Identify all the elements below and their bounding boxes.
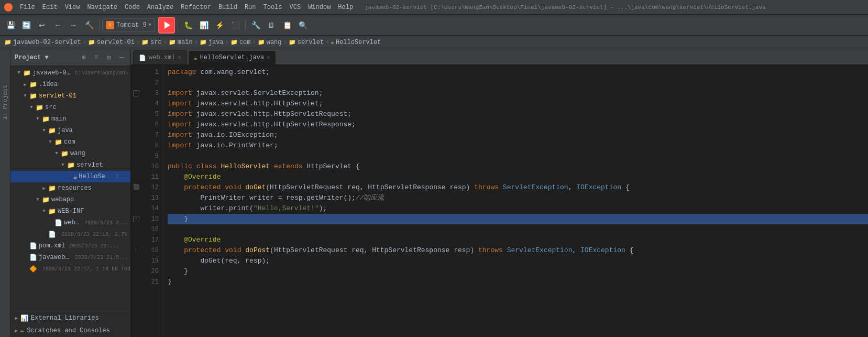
- add-scope-button[interactable]: ⊕: [79, 53, 89, 62]
- tree-item-servlet01[interactable]: ▼ 📁 servlet-01: [10, 90, 130, 102]
- menu-edit[interactable]: Edit: [39, 3, 61, 12]
- tree-folder-icon-root: 📁: [23, 69, 31, 77]
- tab-helloservlet[interactable]: ☕ HelloServlet.java ×: [188, 50, 276, 64]
- fold-icon-15[interactable]: −: [133, 216, 139, 222]
- run-config-selector[interactable]: T Tomcat 9 ▼: [102, 18, 155, 32]
- breadcrumb-6[interactable]: 📁 wang: [258, 39, 282, 46]
- breadcrumb-3[interactable]: 📁 main: [169, 39, 193, 46]
- tree-item-webapp[interactable]: ▼ 📁 webapp: [10, 194, 130, 205]
- tree-item-wang[interactable]: ▼ 📁 wang: [10, 148, 130, 159]
- menu-navigate[interactable]: Navigate: [84, 3, 120, 12]
- code-line-19: doGet(req, resp);: [168, 256, 868, 266]
- breadcrumb-5[interactable]: 📁 com: [230, 39, 251, 46]
- profile-button[interactable]: ⚡: [212, 18, 227, 32]
- fold-icon-3[interactable]: −: [133, 90, 139, 96]
- code-content[interactable]: package com.wang.servlet; import javax.s…: [163, 65, 868, 337]
- gutter-16: [131, 224, 141, 235]
- tree-item-indexjsp[interactable]: 📄 index.jsp 2020/3/23 22:18, 2.72 kB To.…: [10, 229, 130, 240]
- tree-folder-icon-idea: 📁: [29, 81, 37, 89]
- tree-label-pomxml1: pom.xml: [39, 242, 65, 249]
- ln-7: 7: [144, 130, 159, 140]
- menu-tools[interactable]: Tools: [260, 3, 285, 12]
- terminal-button[interactable]: 🖥: [264, 18, 279, 32]
- debug-button[interactable]: 🐛: [181, 18, 195, 32]
- tab-webxml-close[interactable]: ×: [178, 55, 181, 61]
- tree-item-iml[interactable]: 📄 javaweb-02-servlet.iml 2020/3/23 21:5.…: [10, 252, 130, 263]
- back-button[interactable]: ←: [50, 18, 65, 32]
- scratches-item[interactable]: ▶ ✏ Scratches and Consoles: [10, 324, 130, 337]
- ln-18: 18: [144, 245, 159, 256]
- tree-item-java[interactable]: ▼ 📁 java: [10, 125, 130, 136]
- search-button[interactable]: 🔍: [295, 18, 310, 32]
- stop-button[interactable]: ⬛: [228, 18, 243, 32]
- project-tab[interactable]: 1: Project: [1, 81, 9, 124]
- menu-analyze[interactable]: Analyze: [144, 3, 177, 12]
- up-indicator-18[interactable]: ↑: [135, 245, 138, 256]
- run-config-label: Tomcat 9: [116, 21, 147, 29]
- vcs-button[interactable]: 📋: [280, 18, 294, 32]
- run-button[interactable]: [158, 17, 175, 34]
- breadcrumb-bar: 📁 javaweb-02-servlet › 📁 servlet-01 › 📁 …: [0, 36, 868, 49]
- tree-label-idea: .idea: [39, 81, 58, 88]
- breadcrumb-2[interactable]: 📁 src: [141, 39, 162, 46]
- menu-file[interactable]: File: [17, 3, 38, 12]
- tree-arrow-java: ▼: [41, 128, 47, 133]
- tree-item-src[interactable]: ▼ 📁 src: [10, 102, 130, 113]
- menu-help[interactable]: Help: [335, 3, 356, 12]
- tree-item-pomxml2[interactable]: 🔶 pom.xml 2020/3/23 22:17, 1.18 kB Toda.…: [10, 263, 130, 275]
- tree-folder-icon-main: 📁: [42, 115, 50, 123]
- breadcrumb-item-0[interactable]: javaweb-02-servlet: [13, 39, 81, 46]
- gutter-10: [131, 161, 141, 172]
- tree-item-servlet[interactable]: ▼ 📁 servlet: [10, 159, 130, 171]
- gutter-4: [131, 99, 141, 109]
- tree-folder-icon-com: 📁: [54, 138, 62, 146]
- gutter-6: [131, 119, 141, 130]
- sync-button[interactable]: 🔄: [19, 18, 34, 32]
- tree-label-src: src: [45, 104, 57, 111]
- ln-9: 9: [144, 151, 159, 161]
- tree-item-webinf[interactable]: ▼ 📁 WEB-INF: [10, 205, 130, 217]
- external-libraries-item[interactable]: ▶ 📊 External Libraries: [10, 312, 130, 324]
- tree-item-main[interactable]: ▼ 📁 main: [10, 113, 130, 125]
- collapse-all-button[interactable]: ≡: [92, 53, 101, 62]
- ln-17: 17: [144, 235, 159, 245]
- breadcrumb-4[interactable]: 📁 java: [200, 39, 224, 46]
- tab-webxml[interactable]: 📄 web.xml ×: [133, 50, 187, 64]
- tree-item-idea[interactable]: ▶ 📁 .idea: [10, 79, 130, 90]
- menu-run[interactable]: Run: [241, 3, 259, 12]
- project-folder-icon: 📁: [4, 39, 12, 46]
- tab-helloservlet-close[interactable]: ×: [267, 55, 270, 61]
- editor-area: 📄 web.xml × ☕ HelloServlet.java × −: [131, 49, 868, 337]
- menu-code[interactable]: Code: [122, 3, 143, 12]
- tree-item-webxml[interactable]: 📄 web.xml 2020/3/23 2...: [10, 217, 130, 229]
- save-all-button[interactable]: 💾: [3, 18, 18, 32]
- line-numbers: 1 2 3 4 5 6 7 8 9 10 11 12 13 14 15 16 1…: [141, 65, 163, 337]
- breadcrumb-project[interactable]: 📁 javaweb-02-servlet: [4, 39, 81, 46]
- breadcrumb-1[interactable]: 📁 servlet-01: [88, 39, 135, 46]
- tree-item-resources[interactable]: ▶ 📁 resources: [10, 182, 130, 194]
- tree-arrow-pomxml2: [23, 266, 28, 271]
- menu-build[interactable]: Build: [215, 3, 240, 12]
- tree-item-root[interactable]: ▼ 📁 javaweb-02-servlet C:\Users\WangZan\: [10, 67, 130, 79]
- undo-button[interactable]: ↩: [35, 18, 49, 32]
- build-project-button[interactable]: 🔨: [82, 18, 96, 32]
- tree-arrow-webapp: ▼: [35, 197, 40, 202]
- menu-window[interactable]: Window: [305, 3, 334, 12]
- override-indicator-12[interactable]: ⬛: [133, 182, 139, 193]
- code-line-18: protected void doPost(HttpServletRequest…: [168, 245, 868, 256]
- tree-item-helloservlet[interactable]: ☕ HelloServlet 2...: [10, 171, 130, 182]
- coverage-button[interactable]: 📊: [196, 18, 211, 32]
- menu-view[interactable]: View: [62, 3, 83, 12]
- settings-tree-button[interactable]: ⚙: [104, 53, 114, 62]
- breadcrumb-7[interactable]: 📁 servlet: [289, 39, 324, 46]
- menu-refactor[interactable]: Refactor: [178, 3, 214, 12]
- toolbar-sep-2: [178, 19, 178, 31]
- tree-folder-icon-wang: 📁: [61, 150, 69, 158]
- menu-vcs[interactable]: VCS: [287, 3, 304, 12]
- close-panel-button[interactable]: —: [117, 53, 126, 62]
- forward-button[interactable]: →: [66, 18, 81, 32]
- tree-item-com[interactable]: ▼ 📁 com: [10, 136, 130, 148]
- breadcrumb-8[interactable]: ☕ HelloServlet: [331, 39, 381, 46]
- settings-button[interactable]: 🔧: [248, 18, 263, 32]
- tree-item-pomxml1[interactable]: 📄 pom.xml 2020/3/23 22:...: [10, 240, 130, 252]
